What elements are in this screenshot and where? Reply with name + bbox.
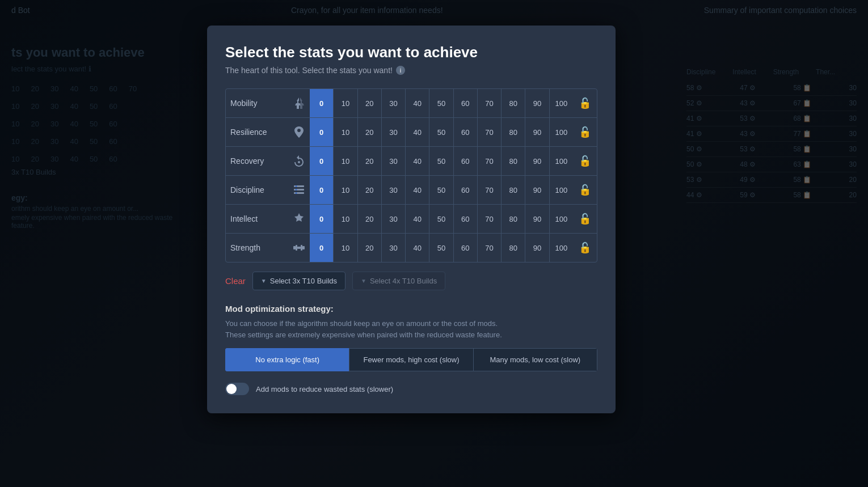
info-icon[interactable]: i <box>396 66 405 75</box>
resilience-val-30[interactable]: 30 <box>382 118 406 146</box>
discipline-val-70[interactable]: 70 <box>478 176 502 204</box>
strength-val-40[interactable]: 40 <box>406 234 429 262</box>
reduce-waste-label: Add mods to reduce wasted stats (slower) <box>256 385 393 393</box>
strength-val-10[interactable]: 10 <box>334 234 357 262</box>
discipline-val-50[interactable]: 50 <box>429 176 453 204</box>
intellect-val-50[interactable]: 50 <box>429 205 453 233</box>
resilience-val-0[interactable]: 0 <box>310 118 334 146</box>
intellect-val-30[interactable]: 30 <box>382 205 406 233</box>
discipline-val-0[interactable]: 0 <box>310 176 334 204</box>
resilience-val-20[interactable]: 20 <box>358 118 382 146</box>
stat-label-intellect: Intellect <box>226 214 288 223</box>
strength-val-30[interactable]: 30 <box>382 234 406 262</box>
build-select-3x[interactable]: ▼ Select 3x T10 Builds <box>252 272 345 290</box>
resilience-val-10[interactable]: 10 <box>334 118 357 146</box>
mobility-val-40[interactable]: 40 <box>406 89 429 117</box>
stat-row-strength: Strength 0 10 20 30 40 50 60 70 80 <box>226 234 597 262</box>
svg-point-4 <box>296 185 297 187</box>
strategy-btn-many-mods[interactable]: Many mods, low cost (slow) <box>473 348 597 371</box>
strength-values: 0 10 20 30 40 50 60 70 80 90 100 <box>310 234 573 262</box>
intellect-val-0[interactable]: 0 <box>310 205 334 233</box>
intellect-val-10[interactable]: 10 <box>334 205 357 233</box>
mobility-val-60[interactable]: 60 <box>454 89 478 117</box>
intellect-val-90[interactable]: 90 <box>525 205 549 233</box>
mobility-icon <box>288 89 310 117</box>
recovery-values: 0 10 20 30 40 50 60 70 80 90 100 <box>310 147 573 175</box>
svg-rect-12 <box>297 247 301 249</box>
recovery-val-60[interactable]: 60 <box>454 147 478 175</box>
svg-rect-11 <box>301 245 302 251</box>
discipline-val-20[interactable]: 20 <box>358 176 382 204</box>
recovery-val-100[interactable]: 100 <box>550 147 573 175</box>
mobility-val-80[interactable]: 80 <box>502 89 525 117</box>
clear-button[interactable]: Clear <box>225 274 246 288</box>
recovery-val-10[interactable]: 10 <box>334 147 357 175</box>
mobility-val-70[interactable]: 70 <box>478 89 502 117</box>
resilience-val-40[interactable]: 40 <box>406 118 429 146</box>
discipline-val-10[interactable]: 10 <box>334 176 357 204</box>
stat-label-mobility: Mobility <box>226 99 288 108</box>
strength-val-80[interactable]: 80 <box>502 234 525 262</box>
discipline-val-90[interactable]: 90 <box>525 176 549 204</box>
strength-val-90[interactable]: 90 <box>525 234 549 262</box>
resilience-val-50[interactable]: 50 <box>429 118 453 146</box>
resilience-val-60[interactable]: 60 <box>454 118 478 146</box>
mobility-val-50[interactable]: 50 <box>429 89 453 117</box>
discipline-lock[interactable]: 🔓 <box>573 184 597 196</box>
discipline-values: 0 10 20 30 40 50 60 70 80 90 100 <box>310 176 573 204</box>
recovery-val-90[interactable]: 90 <box>525 147 549 175</box>
strength-val-100[interactable]: 100 <box>550 234 573 262</box>
bottom-bar: Clear ▼ Select 3x T10 Builds ▼ Select 4x… <box>225 272 597 290</box>
intellect-lock[interactable]: 🔓 <box>573 213 597 225</box>
recovery-val-50[interactable]: 50 <box>429 147 453 175</box>
strength-val-20[interactable]: 20 <box>358 234 382 262</box>
build-select-4x[interactable]: ▼ Select 4x T10 Builds <box>352 272 445 290</box>
strategy-section: Mod optimization strategy: You can choos… <box>225 304 597 371</box>
strategy-title: Mod optimization strategy: <box>225 304 597 314</box>
recovery-val-40[interactable]: 40 <box>406 147 429 175</box>
recovery-val-30[interactable]: 30 <box>382 147 406 175</box>
resilience-val-90[interactable]: 90 <box>525 118 549 146</box>
svg-rect-9 <box>302 246 305 249</box>
discipline-val-40[interactable]: 40 <box>406 176 429 204</box>
strength-lock[interactable]: 🔓 <box>573 242 597 254</box>
stat-label-resilience: Resilience <box>226 128 288 137</box>
resilience-val-70[interactable]: 70 <box>478 118 502 146</box>
discipline-val-30[interactable]: 30 <box>382 176 406 204</box>
recovery-val-20[interactable]: 20 <box>358 147 382 175</box>
intellect-val-40[interactable]: 40 <box>406 205 429 233</box>
mobility-val-10[interactable]: 10 <box>334 89 357 117</box>
stat-row-recovery: Recovery 0 10 20 30 40 50 60 70 80 90 10… <box>226 147 597 176</box>
resilience-lock[interactable]: 🔓 <box>573 126 597 138</box>
recovery-val-0[interactable]: 0 <box>310 147 334 175</box>
resilience-val-80[interactable]: 80 <box>502 118 525 146</box>
resilience-val-100[interactable]: 100 <box>550 118 573 146</box>
discipline-val-80[interactable]: 80 <box>502 176 525 204</box>
strategy-btn-fewer-mods[interactable]: Fewer mods, high cost (slow) <box>349 348 473 371</box>
strategy-btn-fast[interactable]: No extra logic (fast) <box>225 348 349 371</box>
mobility-val-0[interactable]: 0 <box>310 89 334 117</box>
intellect-val-70[interactable]: 70 <box>478 205 502 233</box>
intellect-val-20[interactable]: 20 <box>358 205 382 233</box>
mobility-val-20[interactable]: 20 <box>358 89 382 117</box>
resilience-values: 0 10 20 30 40 50 60 70 80 90 100 <box>310 118 573 146</box>
strength-val-0[interactable]: 0 <box>310 234 334 262</box>
recovery-lock[interactable]: 🔓 <box>573 155 597 167</box>
discipline-val-60[interactable]: 60 <box>454 176 478 204</box>
intellect-val-80[interactable]: 80 <box>502 205 525 233</box>
mobility-val-90[interactable]: 90 <box>525 89 549 117</box>
mobility-lock[interactable]: 🔓 <box>573 97 597 109</box>
intellect-val-100[interactable]: 100 <box>550 205 573 233</box>
intellect-val-60[interactable]: 60 <box>454 205 478 233</box>
strength-val-70[interactable]: 70 <box>478 234 502 262</box>
discipline-icon <box>288 176 310 204</box>
recovery-val-70[interactable]: 70 <box>478 147 502 175</box>
reduce-waste-toggle[interactable] <box>225 383 249 395</box>
strength-val-50[interactable]: 50 <box>429 234 453 262</box>
mobility-val-30[interactable]: 30 <box>382 89 406 117</box>
strength-val-60[interactable]: 60 <box>454 234 478 262</box>
mobility-val-100[interactable]: 100 <box>550 89 573 117</box>
recovery-val-80[interactable]: 80 <box>502 147 525 175</box>
discipline-val-100[interactable]: 100 <box>550 176 573 204</box>
svg-rect-10 <box>296 245 297 251</box>
